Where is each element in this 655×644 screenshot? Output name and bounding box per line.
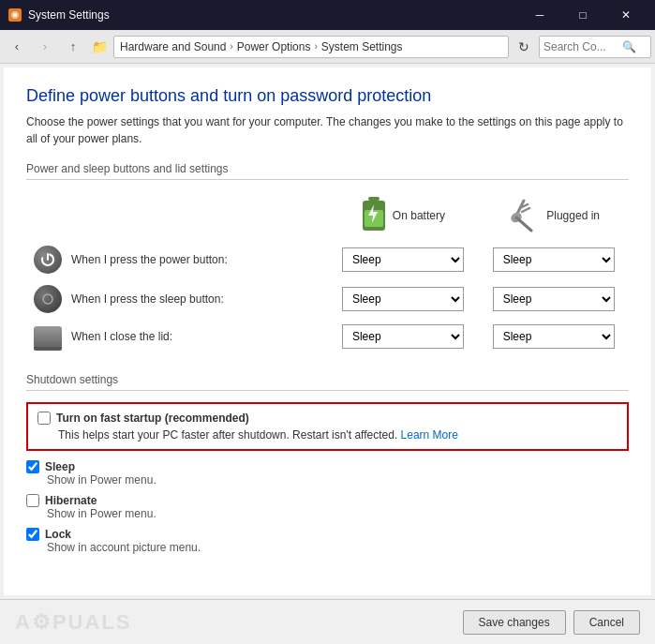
lock-setting-label[interactable]: Lock xyxy=(45,528,71,541)
up-button[interactable]: ↑ xyxy=(60,34,86,60)
sleep-plugged-dropdown[interactable]: Sleep Do nothing Hibernate Shut down Tur… xyxy=(493,287,615,311)
svg-rect-3 xyxy=(368,197,380,201)
breadcrumb-sep-2: › xyxy=(314,41,317,52)
svg-line-11 xyxy=(522,208,529,212)
fast-startup-label[interactable]: Turn on fast startup (recommended) xyxy=(56,412,249,425)
learn-more-link[interactable]: Learn More xyxy=(401,428,458,442)
close-button[interactable]: ✕ xyxy=(604,0,648,30)
bottom-buttons: Save changes Cancel xyxy=(463,610,640,635)
search-input[interactable] xyxy=(543,40,618,53)
hibernate-setting-desc: Show in Power menu. xyxy=(26,507,629,520)
lid-icon xyxy=(34,326,62,347)
lid-battery-dropdown[interactable]: Sleep Do nothing Hibernate Shut down Tur… xyxy=(342,324,464,349)
app-icon xyxy=(7,7,22,22)
hibernate-checkbox[interactable] xyxy=(26,494,39,507)
sleep-button-label-cell: When I press the sleep button: xyxy=(34,285,320,313)
sleep-button-label: When I press the sleep button: xyxy=(71,292,224,306)
plugged-label: Plugged in xyxy=(546,209,600,222)
sleep-setting-row: Sleep xyxy=(26,460,629,473)
hibernate-setting-row: Hibernate xyxy=(26,494,629,507)
lid-plugged-dropdown[interactable]: Sleep Do nothing Hibernate Shut down Tur… xyxy=(493,324,615,349)
maximize-button[interactable]: □ xyxy=(561,0,604,30)
lock-checkbox[interactable] xyxy=(26,528,39,541)
lid-label-cell: When I close the lid: xyxy=(34,326,320,347)
shutdown-settings-section: Shutdown settings Turn on fast startup (… xyxy=(26,373,629,554)
fast-startup-row: Turn on fast startup (recommended) xyxy=(37,412,618,425)
refresh-button[interactable]: ↻ xyxy=(511,34,537,60)
hibernate-setting-label[interactable]: Hibernate xyxy=(45,494,97,507)
breadcrumb-sep-1: › xyxy=(230,41,232,52)
window-title: System Settings xyxy=(28,8,518,22)
table-row-lid: When I close the lid: Sleep Do nothing H… xyxy=(26,319,629,354)
save-changes-button[interactable]: Save changes xyxy=(463,610,566,635)
power-battery-dropdown[interactable]: Sleep Do nothing Hibernate Shut down Tur… xyxy=(342,247,464,272)
power-button-label-cell: When I press the power button: xyxy=(34,246,320,274)
page-title: Define power buttons and turn on passwor… xyxy=(26,86,629,106)
titlebar: System Settings ─ □ ✕ xyxy=(0,0,655,30)
sleep-setting-item: Sleep Show in Power menu. xyxy=(26,460,629,487)
plug-icon xyxy=(507,199,541,232)
minimize-button[interactable]: ─ xyxy=(518,0,561,30)
power-button-label: When I press the power button: xyxy=(71,253,228,266)
folder-icon: 📁 xyxy=(92,39,108,54)
battery-icon xyxy=(361,197,387,234)
svg-point-2 xyxy=(13,13,17,17)
fast-startup-description: This helps start your PC faster after sh… xyxy=(37,428,618,442)
back-button[interactable]: ‹ xyxy=(4,34,30,60)
window-controls: ─ □ ✕ xyxy=(518,0,648,30)
page-description: Choose the power settings that you want … xyxy=(26,113,629,147)
shutdown-section-label: Shutdown settings xyxy=(26,373,629,391)
power-button-icon xyxy=(34,246,62,274)
power-plugged-dropdown[interactable]: Sleep Do nothing Hibernate Shut down Tur… xyxy=(493,247,615,272)
sleep-setting-desc: Show in Power menu. xyxy=(26,473,629,487)
plugged-column-header: Plugged in xyxy=(485,199,621,232)
breadcrumb: Hardware and Sound › Power Options › Sys… xyxy=(113,36,509,58)
battery-label: On battery xyxy=(393,209,445,222)
sleep-setting-label[interactable]: Sleep xyxy=(45,460,75,473)
battery-column-header: On battery xyxy=(335,197,471,234)
search-icon: 🔍 xyxy=(622,40,636,53)
main-content: Define power buttons and turn on passwor… xyxy=(4,67,651,595)
table-row-sleep-button: When I press the sleep button: Sleep Do … xyxy=(26,279,629,319)
hibernate-setting-item: Hibernate Show in Power menu. xyxy=(26,494,629,520)
lid-label: When I close the lid: xyxy=(71,330,172,343)
table-row-power-button: When I press the power button: Sleep Do … xyxy=(26,240,629,279)
lock-setting-row: Lock xyxy=(26,528,629,541)
forward-button[interactable]: › xyxy=(32,34,58,60)
fast-startup-checkbox[interactable] xyxy=(37,412,51,425)
lock-setting-item: Lock Show in account picture menu. xyxy=(26,528,629,554)
breadcrumb-hardware-sound[interactable]: Hardware and Sound xyxy=(120,40,226,53)
lock-setting-desc: Show in account picture menu. xyxy=(26,541,629,554)
sleep-battery-dropdown[interactable]: Sleep Do nothing Hibernate Shut down Tur… xyxy=(342,287,464,311)
bottom-bar: A⚙PUALS Save changes Cancel xyxy=(0,599,655,644)
section-label-power: Power and sleep buttons and lid settings xyxy=(26,162,629,180)
breadcrumb-power-options[interactable]: Power Options xyxy=(237,40,311,53)
watermark: A⚙PUALS xyxy=(15,610,131,635)
breadcrumb-current: System Settings xyxy=(321,40,403,53)
sleep-button-icon xyxy=(34,285,62,313)
power-settings-table: On battery Plugged in xyxy=(26,191,629,354)
sleep-checkbox[interactable] xyxy=(26,460,39,473)
svg-line-9 xyxy=(516,217,531,231)
cancel-button[interactable]: Cancel xyxy=(573,610,640,635)
navbar: ‹ › ↑ 📁 Hardware and Sound › Power Optio… xyxy=(0,30,655,64)
fast-startup-box: Turn on fast startup (recommended) This … xyxy=(26,402,629,451)
svg-point-14 xyxy=(43,294,52,304)
search-box[interactable]: 🔍 xyxy=(539,36,651,58)
